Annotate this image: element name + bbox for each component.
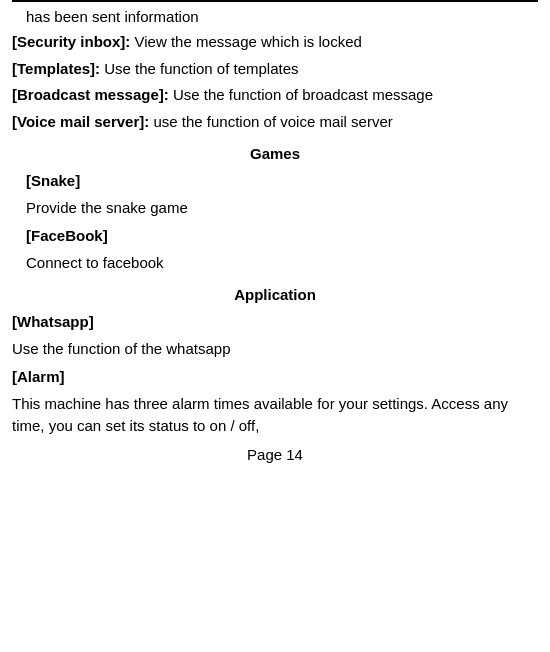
facebook-label-wrapper: [FaceBook] bbox=[26, 225, 538, 248]
facebook-text-wrapper: Connect to facebook bbox=[26, 252, 538, 275]
facebook-label: [FaceBook] bbox=[26, 227, 108, 244]
alarm-text-wrapper: This machine has three alarm times avail… bbox=[12, 393, 538, 438]
alarm-label: [Alarm] bbox=[12, 368, 65, 385]
snake-label: [Snake] bbox=[26, 172, 80, 189]
alarm-text: This machine has three alarm times avail… bbox=[12, 395, 508, 435]
top-border bbox=[12, 0, 538, 2]
page-number: Page 14 bbox=[12, 446, 538, 463]
alarm-section: [Alarm] This machine has three alarm tim… bbox=[12, 366, 538, 438]
whatsapp-text-wrapper: Use the function of the whatsapp bbox=[12, 338, 538, 361]
application-heading: Application bbox=[12, 286, 538, 303]
snake-text-wrapper: Provide the snake game bbox=[26, 197, 538, 220]
snake-section: [Snake] Provide the snake game bbox=[12, 170, 538, 219]
security-inbox-text: View the message which is locked bbox=[130, 33, 362, 50]
security-inbox-section: [Security inbox]: View the message which… bbox=[12, 31, 538, 54]
intro-line: has been sent information bbox=[12, 8, 538, 25]
snake-label-wrapper: [Snake] bbox=[26, 170, 538, 193]
whatsapp-label-wrapper: [Whatsapp] bbox=[12, 311, 538, 334]
facebook-text: Connect to facebook bbox=[26, 254, 164, 271]
templates-label: [Templates]: bbox=[12, 60, 100, 77]
facebook-section: [FaceBook] Connect to facebook bbox=[12, 225, 538, 274]
templates-section: [Templates]: Use the function of templat… bbox=[12, 58, 538, 81]
snake-text: Provide the snake game bbox=[26, 199, 188, 216]
broadcast-section: [Broadcast message]: Use the function of… bbox=[12, 84, 538, 107]
templates-text: Use the function of templates bbox=[100, 60, 298, 77]
voicemail-label: [Voice mail server]: bbox=[12, 113, 149, 130]
broadcast-label: [Broadcast message]: bbox=[12, 86, 169, 103]
broadcast-text: Use the function of broadcast message bbox=[169, 86, 433, 103]
whatsapp-label: [Whatsapp] bbox=[12, 313, 94, 330]
intro-text: has been sent information bbox=[26, 8, 199, 25]
whatsapp-text: Use the function of the whatsapp bbox=[12, 340, 230, 357]
voicemail-text: use the function of voice mail server bbox=[149, 113, 392, 130]
whatsapp-section: [Whatsapp] Use the function of the whats… bbox=[12, 311, 538, 360]
games-heading: Games bbox=[12, 145, 538, 162]
voicemail-section: [Voice mail server]: use the function of… bbox=[12, 111, 538, 134]
alarm-label-wrapper: [Alarm] bbox=[12, 366, 538, 389]
security-inbox-label: [Security inbox]: bbox=[12, 33, 130, 50]
